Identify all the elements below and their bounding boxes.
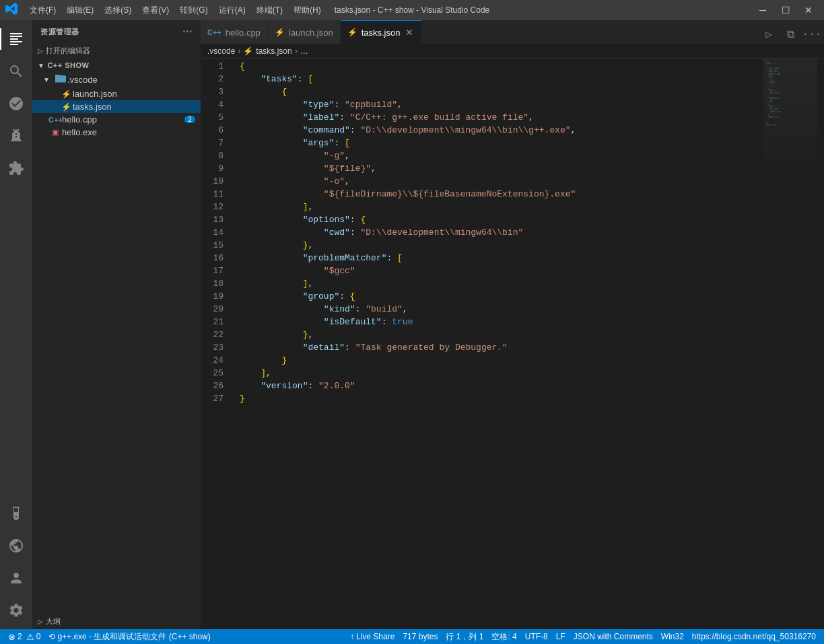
line-num-1: 1 bbox=[201, 60, 229, 73]
breadcrumb-sep1: › bbox=[238, 46, 240, 56]
hello-cpp-icon: C++ bbox=[48, 116, 62, 124]
open-editors-label: 打开的编辑器 bbox=[46, 46, 90, 56]
status-position[interactable]: 行 1，列 1 bbox=[442, 629, 487, 644]
minimize-button[interactable]: ─ bbox=[753, 3, 773, 17]
error-icon: ⊗ bbox=[8, 632, 15, 642]
menu-run[interactable]: 运行(A) bbox=[215, 3, 250, 17]
editor-content: 1 2 3 4 5 6 7 8 9 10 11 12 13 14 15 16 1… bbox=[201, 59, 824, 629]
code-line-22: }, bbox=[234, 328, 763, 341]
menu-goto[interactable]: 转到(G) bbox=[176, 3, 211, 17]
vertical-scrollbar[interactable] bbox=[817, 59, 824, 629]
code-line-7: "args": [ bbox=[234, 137, 763, 149]
run-button[interactable]: ▷ bbox=[759, 25, 778, 44]
line-num-17: 17 bbox=[201, 264, 229, 277]
launch-json-label: launch.json bbox=[73, 89, 201, 99]
activity-bar bbox=[0, 20, 32, 629]
csdn-label: https://blog.csdn.net/qq_50316270 bbox=[692, 632, 816, 641]
vscode-folder-icon bbox=[54, 73, 67, 86]
open-editors-section[interactable]: ▷ 打开的编辑器 bbox=[32, 43, 201, 59]
line-num-8: 8 bbox=[201, 149, 229, 162]
status-live-share[interactable]: ↑ Live Share bbox=[346, 629, 399, 644]
line-num-11: 11 bbox=[201, 188, 229, 201]
tasks-json-label: tasks.json bbox=[73, 102, 201, 112]
maximize-button[interactable]: ☐ bbox=[776, 3, 796, 17]
breadcrumb-tasks-json[interactable]: tasks.json bbox=[256, 46, 291, 56]
line-num-13: 13 bbox=[201, 213, 229, 226]
code-line-9: "${file}", bbox=[234, 162, 763, 175]
code-line-3: { bbox=[234, 85, 763, 98]
file-tree: ▷ 打开的编辑器 ▼ C++ SHOW ▼ .vscode bbox=[32, 43, 201, 614]
line-num-10: 10 bbox=[201, 175, 229, 188]
tasks-json-item[interactable]: ⚡ tasks.json bbox=[32, 100, 201, 113]
menu-file[interactable]: 文件(F) bbox=[26, 3, 60, 17]
menu-edit[interactable]: 编辑(E) bbox=[63, 3, 98, 17]
code-area[interactable]: { "tasks": [ { "type": "cppbuild", bbox=[234, 59, 763, 629]
project-section-header[interactable]: ▼ C++ SHOW bbox=[32, 59, 201, 72]
activity-remote[interactable] bbox=[0, 530, 32, 562]
tasks-json-icon: ⚡ bbox=[59, 102, 73, 112]
status-language[interactable]: JSON with Comments bbox=[570, 629, 657, 644]
menu-view[interactable]: 查看(V) bbox=[138, 3, 173, 17]
sidebar-title: 资源管理器 bbox=[40, 27, 79, 37]
outline-section[interactable]: ▷ 大纲 bbox=[32, 614, 201, 629]
close-button[interactable]: ✕ bbox=[798, 3, 819, 17]
spaces-label: 空格: 4 bbox=[491, 631, 516, 643]
window-title: tasks.json - C++ show - Visual Studio Co… bbox=[335, 5, 490, 15]
status-file-size[interactable]: 717 bytes bbox=[399, 629, 442, 644]
activity-account[interactable] bbox=[0, 562, 32, 594]
sidebar-header: 资源管理器 ··· bbox=[32, 20, 201, 43]
line-num-9: 9 bbox=[201, 162, 229, 175]
window-controls: ─ ☐ ✕ bbox=[753, 3, 819, 17]
activity-settings[interactable] bbox=[0, 594, 32, 627]
activity-debug[interactable] bbox=[0, 120, 32, 152]
status-line-ending[interactable]: LF bbox=[552, 629, 570, 644]
tab-hello-cpp[interactable]: C++ hello.cpp bbox=[201, 20, 268, 44]
launch-json-item[interactable]: ⚡ launch.json bbox=[32, 87, 201, 100]
code-line-6: "command": "D:\\development\\mingw64\\bi… bbox=[234, 124, 763, 137]
line-num-3: 3 bbox=[201, 85, 229, 98]
sidebar-more-button[interactable]: ··· bbox=[182, 26, 193, 38]
warning-icon: ⚠ bbox=[26, 632, 34, 642]
tabs-bar: C++ hello.cpp ⚡ launch.json ⚡ tasks.json… bbox=[201, 20, 824, 44]
status-encoding[interactable]: UTF-8 bbox=[521, 629, 552, 644]
code-line-2: "tasks": [ bbox=[234, 73, 763, 85]
hello-cpp-item[interactable]: C++ hello.cpp 2 bbox=[32, 113, 201, 126]
line-num-12: 12 bbox=[201, 201, 229, 213]
tab-tasks-json[interactable]: ⚡ tasks.json ✕ bbox=[341, 20, 423, 44]
vscode-folder-item[interactable]: ▼ .vscode bbox=[32, 72, 201, 87]
activity-scm[interactable] bbox=[0, 87, 32, 120]
tab-launch-json-icon: ⚡ bbox=[275, 28, 285, 37]
sidebar: 资源管理器 ··· ▷ 打开的编辑器 ▼ C++ SHOW ▼ bbox=[32, 20, 201, 629]
hello-exe-icon: ▣ bbox=[48, 128, 62, 137]
status-csdn[interactable]: https://blog.csdn.net/qq_50316270 bbox=[688, 629, 820, 644]
minimap: { "tasks": [ { "type": "cppbuild", "labe… bbox=[763, 59, 817, 629]
line-num-7: 7 bbox=[201, 137, 229, 149]
tab-tasks-json-close[interactable]: ✕ bbox=[404, 27, 415, 38]
breadcrumb-vscode[interactable]: .vscode bbox=[207, 46, 235, 56]
activity-flask[interactable] bbox=[0, 497, 32, 530]
activity-extensions[interactable] bbox=[0, 152, 32, 184]
line-ending-label: LF bbox=[556, 632, 565, 641]
vscode-logo bbox=[5, 3, 18, 18]
activity-search[interactable] bbox=[0, 55, 32, 87]
code-line-1: { bbox=[234, 60, 763, 73]
hello-exe-item[interactable]: ▣ hello.exe bbox=[32, 126, 201, 139]
status-git[interactable]: ⟲ g++.exe - 生成和调试活动文件 (C++ show) bbox=[44, 629, 214, 644]
status-errors[interactable]: ⊗ 2 ⚠ 0 bbox=[4, 629, 44, 644]
status-platform[interactable]: Win32 bbox=[657, 629, 688, 644]
activity-explorer[interactable] bbox=[0, 23, 32, 55]
hello-exe-label: hello.exe bbox=[62, 127, 201, 137]
menu-select[interactable]: 选择(S) bbox=[100, 3, 135, 17]
menu-terminal[interactable]: 终端(T) bbox=[252, 3, 287, 17]
tab-launch-json[interactable]: ⚡ launch.json bbox=[268, 20, 341, 44]
menu-help[interactable]: 帮助(H) bbox=[289, 3, 325, 17]
line-num-21: 21 bbox=[201, 316, 229, 328]
status-spaces[interactable]: 空格: 4 bbox=[487, 629, 520, 644]
more-actions-button[interactable]: ··· bbox=[802, 25, 821, 44]
line-num-6: 6 bbox=[201, 124, 229, 137]
split-editor-button[interactable]: ⧉ bbox=[781, 25, 800, 44]
breadcrumb-ellipsis[interactable]: … bbox=[300, 46, 308, 56]
code-line-8: "-g", bbox=[234, 149, 763, 162]
tab-tasks-json-label: tasks.json bbox=[362, 28, 401, 38]
breadcrumb-icon: ⚡ bbox=[243, 46, 253, 56]
